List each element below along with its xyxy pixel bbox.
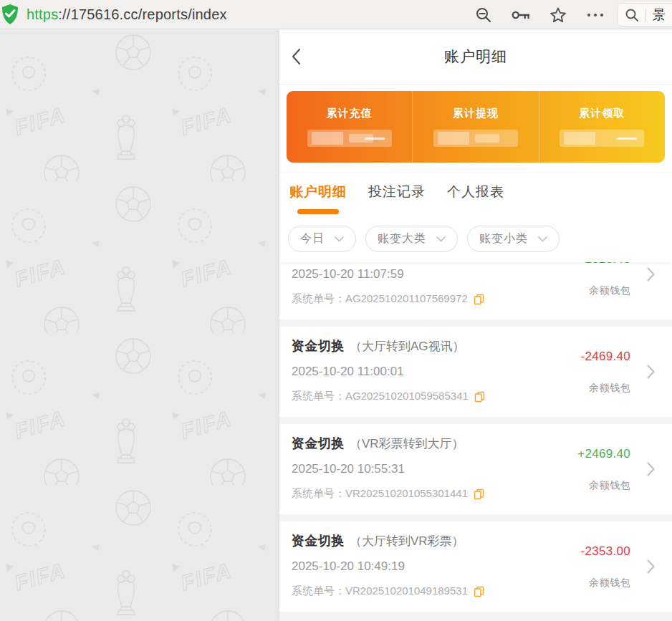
tab-personal-report[interactable]: 个人报表 — [447, 183, 504, 214]
transaction-amount: +2025.40 — [577, 262, 630, 266]
transaction-row[interactable]: 资金切换 （大厅转到VR彩票） 2025-10-20 10:49:19 系统单号… — [279, 521, 672, 612]
search-icon — [625, 8, 639, 22]
secure-shield-icon — [1, 4, 19, 25]
copy-icon — [474, 586, 484, 597]
browser-search-widget[interactable]: 景 — [617, 3, 672, 27]
transaction-subtitle: （VR彩票转到大厅） — [350, 435, 464, 452]
total-withdraw-value-redacted — [433, 130, 518, 147]
order-number-text: 系统单号：AG202510201059585341 — [292, 390, 469, 403]
copy-icon — [474, 294, 484, 305]
transaction-right-column: -2469.40 余额钱包 — [580, 327, 630, 417]
chevron-right-icon — [647, 559, 655, 574]
copy-button[interactable] — [474, 391, 485, 403]
transaction-wallet: 余额钱包 — [589, 479, 630, 492]
order-number-text: 系统单号：VR202510201055301441 — [292, 487, 468, 501]
search-divider — [645, 9, 646, 21]
transaction-amount: -2353.00 — [580, 544, 630, 559]
chevron-down-icon — [436, 236, 446, 242]
total-withdraw-label: 累计提现 — [453, 107, 499, 120]
page-title: 账户明细 — [444, 47, 507, 67]
transaction-title-row: 资金切换 （大厅转到AG视讯） — [292, 337, 593, 355]
transaction-datetime: 2025-10-20 10:49:19 — [292, 559, 593, 574]
search-keyword: 景 — [653, 6, 666, 24]
transaction-subtitle: （大厅转到VR彩票） — [350, 533, 464, 549]
transaction-row[interactable]: 资金切换 （大厅转到AG视讯） 2025-10-20 11:00:01 系统单号… — [279, 327, 672, 417]
copy-icon — [474, 391, 485, 403]
copy-button[interactable] — [474, 586, 484, 597]
transaction-type: 资金切换 — [292, 337, 345, 355]
total-claim-label: 累计领取 — [579, 107, 625, 120]
transaction-right-column: +2025.40 余额钱包 — [577, 262, 630, 319]
order-number-text: 系统单号：VR202510201049189531 — [292, 584, 468, 598]
copy-button[interactable] — [474, 294, 484, 305]
chevron-down-icon — [538, 236, 547, 242]
tabs-row: 账户明细 投注记录 个人报表 — [279, 173, 672, 214]
app-header: 账户明细 — [279, 29, 672, 85]
transaction-datetime: 2025-10-20 11:07:59 — [292, 267, 593, 281]
transaction-wallet: 余额钱包 — [589, 382, 630, 395]
transaction-type: 资金切换 — [292, 532, 345, 549]
transaction-type: 资金切换 — [292, 435, 345, 452]
chevron-right-icon — [647, 365, 655, 379]
transaction-wallet: 余额钱包 — [589, 284, 630, 297]
clipped-transaction-row[interactable]: 2025-10-20 11:07:59 系统单号：AG2025102011075… — [279, 262, 672, 319]
browser-address-bar[interactable]: https://175616.cc/reports/index 景 — [0, 0, 672, 29]
transaction-right-column: -2353.00 余额钱包 — [580, 521, 630, 612]
bookmark-star-button[interactable] — [549, 6, 567, 24]
total-recharge: 累计充值 — [287, 91, 412, 163]
chevron-right-icon — [647, 462, 655, 476]
transaction-title-row: 资金切换 （VR彩票转到大厅） — [292, 435, 593, 452]
transaction-wallet: 余额钱包 — [589, 577, 630, 589]
copy-icon — [474, 488, 484, 500]
filter-date-dropdown[interactable]: 今日 — [288, 226, 356, 252]
more-menu-button[interactable] — [586, 6, 605, 24]
total-withdraw: 累计提现 — [412, 91, 538, 163]
summary-section: 累计充值 累计提现 累计领取 — [279, 85, 672, 172]
totals-card: 累计充值 累计提现 累计领取 — [287, 91, 665, 163]
total-claim: 累计领取 — [539, 91, 665, 163]
filters-row: 今日 账变大类 账变小类 — [279, 214, 672, 262]
transaction-order-row: 系统单号：AG202510201107569972 — [292, 292, 593, 306]
transaction-order-row: 系统单号：VR202510201055301441 — [292, 487, 593, 501]
total-claim-value-redacted — [560, 130, 644, 147]
back-button[interactable] — [291, 46, 311, 67]
active-tab-underline — [297, 209, 339, 214]
order-number-text: 系统单号：AG202510201107569972 — [292, 292, 468, 306]
copy-button[interactable] — [474, 488, 484, 500]
filter-major-category-dropdown[interactable]: 账变大类 — [365, 226, 458, 252]
fifa-watermark-background: FIFA — [0, 29, 279, 621]
transaction-list: 2025-10-20 11:07:59 系统单号：AG2025102011075… — [279, 262, 672, 621]
transaction-amount: +2469.40 — [577, 447, 630, 461]
total-recharge-value-redacted — [307, 130, 392, 147]
reports-panel: 账户明细 累计充值 累计提现 累计领取 账户明细 投注记录 — [279, 29, 672, 621]
transaction-right-column: +2469.40 余额钱包 — [577, 424, 630, 514]
tabs-and-filters: 账户明细 投注记录 个人报表 今日 账变大类 账变小类 — [279, 172, 672, 262]
transaction-row[interactable]: 2025-10-20 11:07:59 系统单号：AG2025102011075… — [279, 262, 672, 319]
tab-account-detail[interactable]: 账户明细 — [289, 183, 347, 214]
transaction-order-row: 系统单号：AG202510201059585341 — [292, 390, 593, 403]
transaction-subtitle: （大厅转到AG视讯） — [350, 338, 465, 355]
transaction-amount: -2469.40 — [580, 350, 630, 364]
transaction-datetime: 2025-10-20 11:00:01 — [292, 365, 593, 379]
chevron-down-icon — [335, 236, 344, 242]
transaction-order-row: 系统单号：VR202510201049189531 — [292, 584, 593, 598]
chevron-right-icon — [647, 267, 655, 281]
transaction-row[interactable]: 资金切换 （VR彩票转到大厅） 2025-10-20 10:55:31 系统单号… — [279, 424, 672, 514]
transaction-datetime: 2025-10-20 10:55:31 — [292, 462, 593, 476]
key-icon[interactable] — [512, 6, 530, 24]
transaction-title-row: 资金切换 （大厅转到VR彩票） — [292, 532, 593, 549]
zoom-out-button[interactable] — [474, 6, 493, 24]
url-text: https://175616.cc/reports/index — [27, 6, 227, 23]
tab-bet-records[interactable]: 投注记录 — [368, 183, 426, 214]
total-recharge-label: 累计充值 — [327, 107, 373, 120]
filter-minor-category-dropdown[interactable]: 账变小类 — [467, 226, 560, 252]
